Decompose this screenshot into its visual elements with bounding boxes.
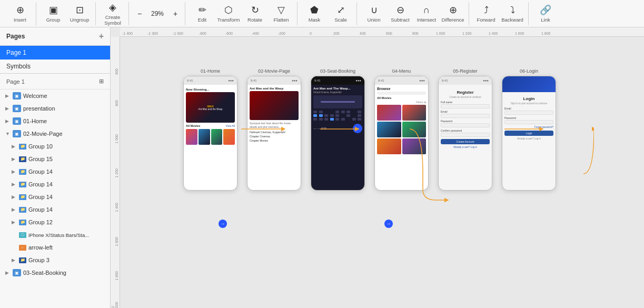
layer-03seat[interactable]: ▶ ▣ 03-Seat-Booking: [0, 266, 110, 279]
phone-screen-03seat[interactable]: 9:41 ●●● Ant Man and The Wasp... Virtual…: [311, 76, 365, 191]
phone-01home[interactable]: 01-Home 9:41 ●●● Now Showing... IMAX: [183, 68, 237, 191]
seat[interactable]: [352, 118, 356, 121]
layer-group3[interactable]: ▶ 📁 Group 3: [0, 254, 110, 266]
forgot-password-link[interactable]: Forgot password?: [504, 126, 553, 128]
seat[interactable]: [319, 111, 323, 113]
page-item-symbols[interactable]: Symbols: [0, 59, 110, 73]
layer-02movie[interactable]: ▼ ▣ 02-Movie-Page: [0, 127, 110, 140]
backward-button[interactable]: ⤵ Backward: [500, 2, 525, 25]
scale-button[interactable]: ⤢ Scale: [328, 2, 353, 25]
phone-screen-06login[interactable]: Login Sign in to your account to continu…: [502, 76, 556, 191]
phone-05register[interactable]: 05-Register 9:41 ●●● Register Create an …: [438, 68, 492, 191]
movie-thumb-4[interactable]: [223, 129, 235, 145]
ungroup-button[interactable]: ⊡ Ungroup: [67, 2, 92, 25]
canvas-content[interactable]: 01-Home 9:41 ●●● Now Showing... IMAX: [120, 37, 644, 308]
seat-selected[interactable]: [319, 114, 323, 117]
seat[interactable]: [324, 114, 328, 117]
difference-button[interactable]: ⊕ Difference: [440, 2, 465, 25]
subtract-button[interactable]: ⊖ Subtract: [388, 2, 413, 25]
layer-presentation[interactable]: ▶ ▣ presentation: [0, 102, 110, 115]
seat[interactable]: [346, 111, 350, 113]
login-button[interactable]: Login: [504, 131, 553, 136]
layer-group14d[interactable]: ▶ 📁 Group 14: [0, 203, 110, 216]
browse-movie-6[interactable]: [402, 138, 427, 154]
phone-02movie[interactable]: 02-Movie-Page 9:41 ●●● Ant Man and the W…: [247, 68, 301, 191]
movie-thumb-2[interactable]: [199, 129, 210, 145]
seat[interactable]: [358, 118, 361, 121]
layers-options-icon[interactable]: ⊞: [99, 78, 104, 85]
phone-screen-05register[interactable]: 9:41 ●●● Register Create an account to c…: [438, 76, 492, 191]
seat[interactable]: [313, 118, 317, 121]
create-account-button[interactable]: Create Account: [441, 139, 490, 144]
intersect-button[interactable]: ∩ Intersect: [414, 2, 439, 25]
email-input[interactable]: [441, 114, 490, 118]
seat-selected[interactable]: [330, 118, 334, 121]
insert-button[interactable]: ⊕ Insert: [7, 2, 33, 25]
seat[interactable]: [346, 114, 350, 117]
seat[interactable]: [324, 118, 328, 121]
login-link[interactable]: Already a user? Log in: [441, 146, 490, 148]
phone-03seat[interactable]: 03-Seat-Booking 9:41 ●●● Ant Man and The…: [311, 68, 365, 191]
layer-01home[interactable]: ▶ ▣ 01-Home: [0, 115, 110, 127]
seat[interactable]: [319, 118, 323, 121]
rotate-button[interactable]: ↻ Rotate: [242, 2, 267, 25]
seat[interactable]: [335, 114, 339, 117]
zoom-out-button[interactable]: −: [133, 2, 146, 25]
edit-button[interactable]: ✏ Edit: [190, 2, 215, 25]
page-item-page1[interactable]: Page 1: [0, 46, 110, 59]
seat[interactable]: [341, 111, 345, 113]
phone-screen-02movie[interactable]: 9:41 ●●● Ant Man and the Wasp Synopsis t…: [247, 76, 301, 191]
layer-arrow-left[interactable]: ▶ ← arrow-left: [0, 241, 110, 254]
seat[interactable]: [358, 111, 361, 113]
browse-movie-5[interactable]: [377, 138, 401, 154]
password-input[interactable]: [441, 123, 490, 127]
layer-group14a[interactable]: ▶ 📁 Group 14: [0, 165, 110, 178]
search-bar[interactable]: [377, 92, 426, 95]
zoom-level[interactable]: 29%: [147, 10, 168, 17]
seat[interactable]: [335, 111, 339, 113]
browse-movie-1[interactable]: [377, 105, 401, 121]
layer-welcome[interactable]: ▶ ▣ Welcome: [0, 90, 110, 102]
transform-button[interactable]: ⬡ Transform: [216, 2, 241, 25]
seat[interactable]: [313, 111, 317, 113]
fullname-input[interactable]: [441, 104, 490, 108]
zoom-in-button[interactable]: +: [169, 2, 182, 25]
mask-button[interactable]: ⬟ Mask: [302, 2, 327, 25]
layer-group10[interactable]: ▶ 📁 Group 10: [0, 140, 110, 153]
confirm-password-input[interactable]: [441, 133, 490, 137]
view-all-link[interactable]: View All: [226, 124, 235, 127]
phone-04menu[interactable]: 04-Menu 9:41 ●●● Browse All Movies Filte…: [374, 68, 429, 191]
login-email-input[interactable]: [504, 111, 553, 115]
browse-movie-2[interactable]: [402, 105, 427, 121]
movie-thumb-1[interactable]: [186, 129, 197, 145]
union-button[interactable]: ∪ Union: [361, 2, 387, 25]
layer-group12[interactable]: ▶ 📁 Group 12: [0, 216, 110, 228]
phone-screen-04menu[interactable]: 9:41 ●●● Browse All Movies Filters ⊞: [374, 76, 429, 191]
create-symbol-button[interactable]: ◈ Create Symbol: [100, 2, 125, 25]
layer-group14c[interactable]: ▶ 📁 Group 14: [0, 191, 110, 203]
login-header-bg: [502, 76, 556, 92]
main-area: Pages + Page 1 Symbols Page 1 ⊞ ▶ ▣ Welc…: [0, 27, 644, 308]
seat[interactable]: [341, 118, 345, 121]
layer-iphone-status[interactable]: ▶ ⬡ iPhone X/Status Bars/Sta...: [0, 228, 110, 241]
login-password-input[interactable]: [504, 120, 553, 124]
link-button[interactable]: 🔗 Link: [533, 2, 558, 25]
signup-link[interactable]: Already a user? Log in: [504, 137, 553, 140]
phone-06login[interactable]: 06-Login Login Sign in to your account t…: [502, 68, 556, 191]
canvas-area[interactable]: -1 400 -1 300 -1 000 -800 -600 -400 -200…: [111, 27, 644, 308]
add-page-button[interactable]: +: [99, 32, 104, 41]
phone-screen-01home[interactable]: 9:41 ●●● Now Showing... IMAX Ant-Man and…: [183, 76, 237, 191]
browse-movie-4[interactable]: [402, 122, 427, 137]
seat[interactable]: [335, 118, 339, 121]
flatten-button[interactable]: ▽ Flatten: [269, 2, 294, 25]
browse-movie-3[interactable]: [377, 122, 401, 137]
movie-thumb-3[interactable]: [211, 129, 223, 145]
layer-group14b[interactable]: ▶ 📁 Group 14: [0, 178, 110, 191]
next-button[interactable]: →: [353, 124, 362, 133]
seat-selected[interactable]: [313, 114, 317, 117]
forward-button[interactable]: ⤴ Forward: [473, 2, 499, 25]
layer-group15[interactable]: ▶ 📁 Group 15: [0, 153, 110, 165]
seat[interactable]: [330, 114, 334, 117]
group-button[interactable]: ▣ Group: [41, 2, 66, 25]
seat[interactable]: [358, 114, 361, 117]
